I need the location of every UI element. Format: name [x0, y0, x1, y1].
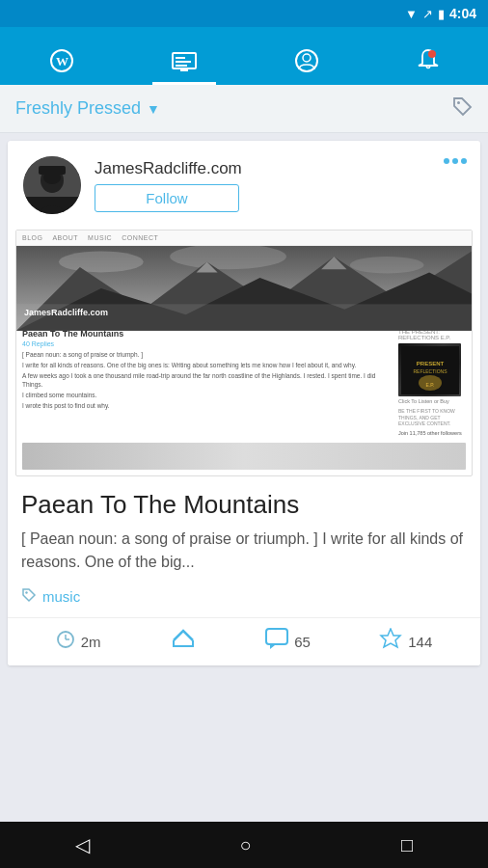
- time-value: 2m: [81, 634, 101, 650]
- wifi-icon: ▼: [405, 7, 418, 21]
- back-button[interactable]: ◁: [75, 833, 90, 856]
- reblog-icon: [170, 627, 197, 656]
- header-title-area[interactable]: Freshly Pressed ▼: [15, 98, 160, 119]
- avatar: [23, 156, 81, 214]
- dot3: [461, 158, 467, 164]
- status-icons: ▼ ↗ ▮ 4:04: [405, 6, 476, 21]
- stars-value: 144: [408, 634, 432, 650]
- svg-text:REFLECTIONS: REFLECTIONS: [413, 368, 447, 374]
- tag-icon[interactable]: [451, 95, 473, 122]
- svg-rect-37: [266, 629, 287, 644]
- svg-point-33: [25, 591, 27, 593]
- post-title: Paean To The Mountains: [8, 476, 480, 528]
- battery-icon: ▮: [438, 7, 445, 21]
- svg-text:W: W: [56, 54, 68, 68]
- blog-image-strip: [22, 443, 466, 470]
- signal-icon: ↗: [422, 7, 433, 21]
- comment-icon: [265, 628, 288, 655]
- svg-text:PRESENT: PRESENT: [416, 361, 444, 366]
- comments-value: 65: [294, 634, 311, 650]
- reblog-stat[interactable]: [170, 627, 197, 656]
- blog-content-area: Paean To The Mountains 40 Replies [ Paea…: [16, 323, 472, 443]
- blog-hero-text: JamesRadcliffe.com: [24, 308, 108, 317]
- svg-rect-7: [183, 68, 185, 71]
- blog-sidebar-text2: Join 11,785 other followers: [398, 430, 466, 437]
- blog-sidebar-image: PRESENT REFLECTIONS E.P.: [398, 343, 461, 396]
- author-info: JamesRadcliffe.com Follow: [95, 159, 465, 212]
- tag-icon: [21, 587, 37, 606]
- blog-hero: JamesRadcliffe.com: [16, 246, 472, 323]
- profile-icon: [294, 48, 319, 77]
- svg-point-9: [303, 54, 311, 62]
- svg-rect-18: [39, 166, 66, 175]
- stats-bar: 2m 65 1: [8, 617, 480, 665]
- blog-post-excerpt4: I climbed some mountains.: [22, 391, 393, 399]
- time-stat: 2m: [56, 630, 101, 654]
- nav-item-notifications[interactable]: [397, 39, 459, 85]
- svg-text:E.P.: E.P.: [425, 382, 434, 388]
- header-title: Freshly Pressed: [15, 98, 141, 119]
- nav-item-wordpress[interactable]: W: [30, 39, 94, 85]
- page-header: Freshly Pressed ▼: [0, 85, 488, 133]
- nav-bar: W: [0, 27, 488, 85]
- clock-icon: [56, 630, 75, 654]
- blog-post-link: 40 Replies: [22, 340, 393, 347]
- svg-point-11: [457, 101, 460, 104]
- svg-rect-3: [176, 57, 185, 59]
- svg-rect-4: [176, 61, 191, 63]
- home-button[interactable]: ○: [239, 834, 251, 856]
- blog-nav-music: Music: [88, 234, 112, 241]
- dot2: [452, 158, 458, 164]
- blog-preview: Blog About Music Connect: [15, 230, 473, 476]
- android-nav: ◁ ○ □: [0, 822, 488, 868]
- svg-marker-38: [381, 629, 400, 647]
- blog-post-excerpt2: I write for all kinds of reasons. One of…: [22, 361, 393, 369]
- more-button[interactable]: [444, 158, 467, 164]
- blog-nav-blog: Blog: [22, 234, 42, 241]
- blog-text-area: Paean To The Mountains 40 Replies [ Paea…: [22, 329, 393, 437]
- dot1: [444, 158, 449, 164]
- star-icon: [379, 628, 402, 655]
- stars-stat[interactable]: 144: [379, 628, 432, 655]
- notifications-icon: [417, 48, 440, 77]
- reader-icon: [172, 52, 197, 77]
- blog-post-excerpt5: I wrote this post to find out why.: [22, 401, 393, 410]
- content-card: JamesRadcliffe.com Follow Blog About Mus…: [8, 141, 480, 665]
- chevron-down-icon: ▼: [147, 101, 160, 117]
- blog-nav-about: About: [52, 234, 78, 241]
- comments-stat[interactable]: 65: [265, 628, 311, 655]
- svg-point-20: [59, 251, 144, 272]
- author-name: JamesRadcliffe.com: [95, 159, 465, 178]
- post-tag[interactable]: music: [8, 583, 480, 617]
- blog-sidebar-text1: Be the first to know things, and get exc…: [398, 408, 466, 427]
- nav-item-profile[interactable]: [275, 39, 339, 85]
- blog-sidebar-caption: Click To Listen or Buy: [398, 398, 466, 404]
- recents-button[interactable]: □: [401, 834, 413, 856]
- follow-button[interactable]: Follow: [95, 184, 239, 212]
- blog-post-excerpt3: A few weeks ago I took a one thousand mi…: [22, 371, 393, 389]
- nav-item-reader[interactable]: [152, 42, 216, 85]
- blog-nav-connect: Connect: [122, 234, 158, 241]
- blog-post-excerpt1: [ Paean noun: a song of praise or triump…: [22, 350, 393, 359]
- author-section: JamesRadcliffe.com Follow: [8, 141, 480, 230]
- post-body: [ Paean noun: a song of praise or triump…: [8, 528, 480, 583]
- blog-nav: Blog About Music Connect: [16, 231, 472, 246]
- wordpress-icon: W: [49, 48, 74, 77]
- svg-rect-5: [176, 65, 187, 67]
- svg-point-22: [350, 257, 424, 274]
- post-tag-label: music: [42, 588, 80, 605]
- status-time: 4:04: [449, 6, 476, 21]
- status-bar: ▼ ↗ ▮ 4:04: [0, 0, 488, 27]
- svg-point-10: [428, 50, 436, 58]
- blog-sidebar: The Present: Reflections E.P. PRESENT RE…: [398, 329, 466, 437]
